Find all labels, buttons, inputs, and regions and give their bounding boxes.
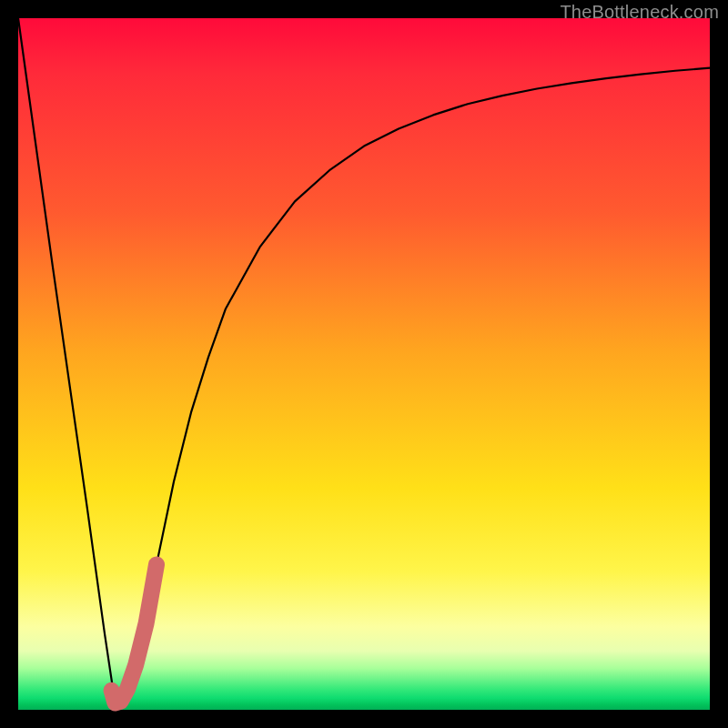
bottleneck-curve: [18, 18, 710, 703]
chart-svg: [18, 18, 710, 710]
chart-frame: TheBottleneck.com: [0, 0, 728, 728]
attribution-label: TheBottleneck.com: [560, 2, 719, 23]
highlight-segment: [112, 564, 157, 703]
